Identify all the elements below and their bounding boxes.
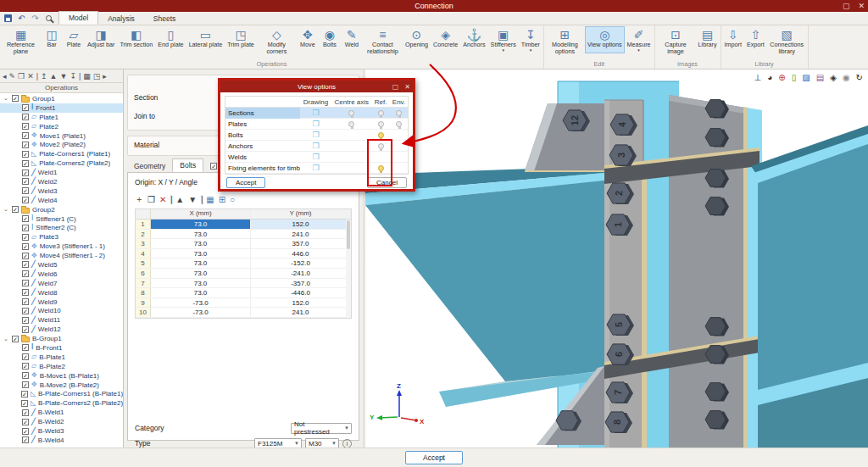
ribbon-button[interactable]: ⊙ Opening ▾ [403,26,431,53]
item-checkbox[interactable] [21,391,28,398]
item-checkbox[interactable] [22,151,29,158]
save-icon[interactable] [3,14,13,23]
cube-icon[interactable]: ❒ [312,164,319,172]
tree-item[interactable]: ⌄ B-Weld3 [0,426,123,436]
tree-item[interactable]: ⌄ B-Front1 [0,343,123,353]
ribbon-button[interactable]: ▱ Plate ▾ [63,26,85,53]
table-row[interactable]: 2 73.0 241.0 [136,230,351,240]
tree-item[interactable]: ⌄ B-Weld2 [0,417,123,426]
item-checkbox[interactable] [22,317,29,324]
tree-item[interactable]: ⌄ B-Weld4 [0,436,123,445]
ribbon-button[interactable]: ▭ Lateral plate ▾ [186,26,225,53]
dialog-maximize-icon[interactable]: ▢ [392,83,399,91]
ribbon-tab[interactable]: Sheets [144,13,185,25]
ribbon-button[interactable]: ⊞ Modelling options ▾ [545,26,585,60]
close-icon[interactable]: ✕ [858,2,865,10]
view-options-row[interactable]: Welds ❒ [225,152,408,163]
dialog-accept-button[interactable]: Accept [226,177,265,188]
ribbon-button[interactable]: ✎ Weld ▾ [341,26,363,53]
chevron-down-icon[interactable]: ⌄ [3,336,9,342]
tree-item[interactable]: ⌄ Weld12 [0,325,123,334]
maximize-icon[interactable]: ▢ [843,2,850,10]
solid-view-icon[interactable]: ▨ [802,73,810,82]
ribbon-button[interactable]: ⇩ Import [722,26,744,50]
table-row[interactable]: 9 -73.0 152.0 [136,298,351,309]
item-checkbox[interactable] [22,353,29,360]
viewport-3d[interactable]: 1243215678 Z Y X ⊥◕⊕▯▨▤◈◉↻ [365,69,868,448]
item-checkbox[interactable] [21,400,28,407]
tree-item[interactable]: ⌄ Weld3 [0,186,123,196]
tree-item[interactable]: ⌄ B-Move1 (B-Plate1) [0,371,123,381]
cube-icon[interactable]: ❒ [312,153,319,161]
visibility-icon[interactable]: ◉ [843,73,850,82]
explode-icon[interactable]: ◳ [93,72,101,81]
sep[interactable]: | [170,195,171,203]
ribbon-button[interactable]: ◈ Concrete ▾ [431,26,460,53]
item-checkbox[interactable] [22,344,29,351]
table-scrollbar[interactable] [346,220,351,318]
delete-icon[interactable]: ✕ [159,195,166,204]
tree-item[interactable]: ⌄ B-Plate-Corners2 (B-Plate2) [0,398,123,408]
bulb-icon[interactable] [378,110,384,116]
copy-icon[interactable]: ❐ [147,195,155,204]
item-checkbox[interactable] [22,381,29,388]
tree-item[interactable]: ⌄ Weld10 [0,306,123,315]
tree-item[interactable]: ⌄ Move4 (Stiffener1 - 2) [0,251,123,260]
tree-item[interactable]: ⌄ Weld4 [0,196,123,205]
table-row[interactable]: 7 73.0 -357.0 [136,279,351,289]
tree-item[interactable]: ⌄ Weld8 [0,288,123,297]
cube-view-icon[interactable]: ◈ [830,73,837,82]
tree-item[interactable]: ⌄ Group1 [0,94,123,103]
item-checkbox[interactable] [22,308,29,314]
category-select[interactable]: Not prestressed▼ [291,423,352,434]
cube-icon[interactable]: ❒ [312,109,319,117]
bulb-icon[interactable] [378,132,384,138]
expand-panel-icon[interactable]: ▸ [103,72,107,81]
tree-item[interactable]: ⌄ Move3 (Stiffener1 - 1) [0,242,123,251]
view-options-row[interactable]: Anchors ❒ [225,141,408,152]
ribbon-button[interactable]: ▦ Reference plane ▾ [1,26,41,60]
tree-item[interactable]: ⌄ Plate2 [0,122,123,131]
delete-icon[interactable]: ✕ [27,72,34,81]
bulb-icon[interactable] [378,121,384,127]
tree-item[interactable]: ⌄ Stiffener2 (C) [0,223,123,232]
ribbon-button[interactable]: ◉ Bolts ▾ [319,26,341,53]
sep[interactable]: | [79,72,81,81]
tree-item[interactable]: ⌄ B-Group1 [0,334,123,343]
copy-icon[interactable]: ❐ [18,72,25,81]
polygon-icon[interactable]: ○ [230,195,235,204]
item-checkbox[interactable] [22,326,29,333]
ribbon-button[interactable]: ◫ Bar ▾ [41,26,63,53]
item-checkbox[interactable] [22,280,29,286]
item-checkbox[interactable] [22,142,29,148]
table-row[interactable]: 5 73.0 -152.0 [136,259,351,269]
ribbon-button[interactable]: ✐ Measure ▾ [625,26,654,53]
table-row[interactable]: 11 -73.0 357.0 [136,318,351,319]
view-options-row[interactable]: Bolts ❒ [225,130,408,141]
rotate-icon[interactable]: ◕ [767,73,772,82]
tree-item[interactable]: ⌄ B-Plate2 [0,362,123,371]
bulb-icon[interactable] [396,110,402,116]
dialog-cancel-button[interactable]: Cancel [367,177,407,188]
accept-button[interactable]: Accept [405,451,463,464]
item-checkbox[interactable] [22,187,29,194]
chevron-down-icon[interactable]: ⌄ [3,206,9,213]
ribbon-button[interactable]: ◧ Trim section ▾ [117,26,155,53]
table-row[interactable]: 6 73.0 -241.0 [136,269,351,279]
bulb-icon[interactable] [396,121,402,127]
chevron-down-icon[interactable]: ⌄ [3,95,9,102]
table-row[interactable]: 1 73.0 152.0 [136,220,351,230]
ribbon-button[interactable]: ≡ Contact relationship ▾ [363,26,403,60]
welds-checkbox[interactable] [210,163,217,170]
ribbon-tab[interactable]: Analysis [98,13,144,25]
cube-icon[interactable]: ❒ [312,131,319,139]
item-checkbox[interactable] [22,170,29,176]
table-row[interactable]: 10 -73.0 241.0 [136,308,351,318]
cube-icon[interactable]: ❒ [312,120,319,128]
sep[interactable]: | [36,72,38,81]
item-checkbox[interactable] [22,428,29,435]
item-checkbox[interactable] [22,261,29,268]
tree-item[interactable]: ⌄ Plate3 [0,232,123,242]
ribbon-button[interactable]: ▣ Stiffeners ▾ [488,26,519,53]
move-up-icon[interactable]: ▲ [50,72,58,81]
